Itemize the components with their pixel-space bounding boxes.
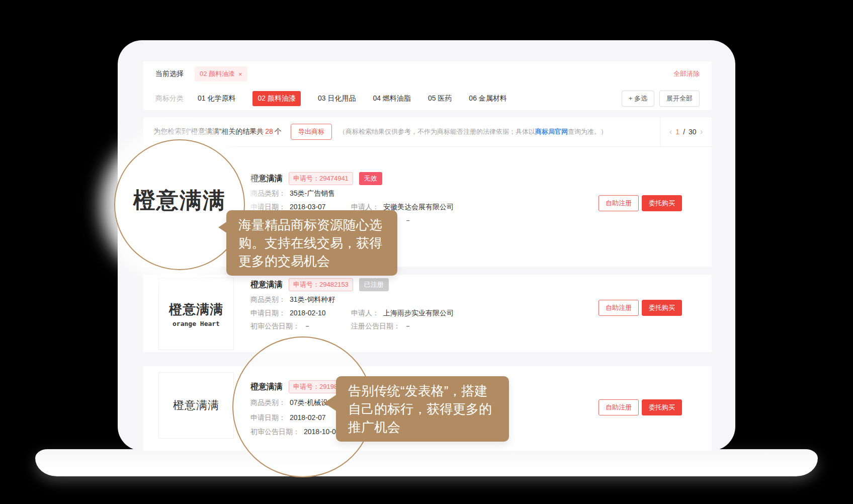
disclaimer-text: （商标检索结果仅供参考，不作为商标能否注册的法律依据；具体以商标局官网查询为准。… xyxy=(339,127,607,136)
tooltip-arrow-icon xyxy=(324,394,337,411)
selected-filter-tag-text: 02 颜料油漆 xyxy=(200,69,235,78)
clear-all-button[interactable]: 全部清除 xyxy=(673,69,700,78)
field-value: 35类-广告销售 xyxy=(290,189,335,197)
field-value: 2018-02-10 xyxy=(290,309,326,317)
tooltip-text: 海量精品商标资源随心选购。支持在线交易，获得更多的交易机会 xyxy=(238,217,382,269)
field-value: 2018-10-06 xyxy=(304,428,340,436)
date-field: 申请日期：2018-02-10 申请人：上海雨步实业有限公司 xyxy=(250,309,326,318)
category-field: 商品类别：35类-广告销售 xyxy=(250,189,335,198)
tab-05-medicine[interactable]: 05 医药 xyxy=(428,94,452,103)
field-label: 注册公告日期： xyxy=(351,322,400,330)
current-selection-label: 当前选择 xyxy=(155,69,184,78)
field-label: 商品类别： xyxy=(250,189,286,197)
page-separator: / xyxy=(683,128,685,136)
tab-03-daily-chemical[interactable]: 03 日化用品 xyxy=(318,94,356,103)
thumbnail-subtext: orange Heart xyxy=(173,320,220,327)
disclaimer-pre: （商标检索结果仅供参考，不作为商标能否注册的法律依据；具体以 xyxy=(339,128,535,135)
status-badge: 无效 xyxy=(359,172,382,185)
publication-field: 初审公告日期：－ 注册公告日期：－ xyxy=(250,322,311,331)
magnified-trademark-text: 橙意满满 xyxy=(133,186,226,224)
entrust-purchase-button[interactable]: 委托购买 xyxy=(642,399,682,415)
trademark-name: 橙意满满 xyxy=(250,382,283,392)
multi-select-button[interactable]: + 多选 xyxy=(622,91,654,107)
field-value: 安徽美达会展有限公司 xyxy=(383,203,454,211)
laptop-base xyxy=(35,449,818,476)
tooltip-promotion: 告别传统“发表格”，搭建自己的标行，获得更多的推广机会 xyxy=(336,376,509,442)
field-label: 申请人： xyxy=(351,203,379,211)
results-summary-suffix: 个 xyxy=(275,127,282,135)
field-label: 初审公告日期： xyxy=(250,428,300,436)
self-register-button[interactable]: 自助注册 xyxy=(599,195,639,211)
field-value: 上海雨步实业有限公司 xyxy=(383,309,454,317)
trademark-name: 橙意满满 xyxy=(250,174,283,184)
thumbnail-text: 橙意满满 xyxy=(169,301,223,318)
tooltip-marketplace: 海量精品商标资源随心选购。支持在线交易，获得更多的交易机会 xyxy=(226,210,397,276)
trademark-title-row: 橙意满满 申请号：29474941 无效 xyxy=(250,172,382,185)
trademark-thumbnail-2[interactable]: 橙意满满 orange Heart xyxy=(158,278,234,350)
trademark-office-link[interactable]: 商标局官网 xyxy=(535,128,568,135)
thumbnail-text: 橙意满满 xyxy=(173,398,219,413)
tab-02-paint-active[interactable]: 02 颜料油漆 xyxy=(252,91,300,106)
results-count: 28 xyxy=(265,127,273,135)
self-register-button[interactable]: 自助注册 xyxy=(599,399,639,415)
self-register-button[interactable]: 自助注册 xyxy=(599,300,639,316)
expand-all-button[interactable]: 展开全部 xyxy=(659,91,700,107)
field-label: 商品类别： xyxy=(250,398,286,406)
application-number-tag: 申请号：29482153 xyxy=(289,278,353,291)
field-label: 初审公告日期： xyxy=(250,322,300,330)
filter-block: 当前选择 02 颜料油漆 × 全部清除 商标分类 01 化学原料 02 颜料油漆… xyxy=(143,61,712,110)
field-label: 商品类别： xyxy=(250,295,286,303)
category-label: 商标分类 xyxy=(155,94,184,103)
tab-01-chemical[interactable]: 01 化学原料 xyxy=(198,94,235,103)
pagination: ‹ 1 / 30 › xyxy=(660,117,712,146)
current-selection-row: 当前选择 02 颜料油漆 × 全部清除 xyxy=(143,61,712,87)
entrust-purchase-button[interactable]: 委托购买 xyxy=(642,195,682,211)
category-actions: + 多选 展开全部 xyxy=(622,91,700,107)
next-page-icon[interactable]: › xyxy=(700,127,703,137)
result-card-2: 橙意满满 orange Heart 橙意满满 申请号：29482153 已注册 … xyxy=(143,275,712,352)
selected-filter-tag[interactable]: 02 颜料油漆 × xyxy=(195,66,247,81)
tab-06-metal[interactable]: 06 金属材料 xyxy=(469,94,506,103)
tooltip-arrow-icon xyxy=(218,221,227,233)
disclaimer-post: 查询为准。） xyxy=(568,128,607,135)
current-page: 1 xyxy=(675,128,679,136)
field-value: 2018-03-07 xyxy=(290,203,326,211)
results-summary-prefix: 为您检索到“橙意满满”相关的结果共 xyxy=(153,127,264,135)
field-value: 31类-饲料种籽 xyxy=(290,295,335,303)
field-value: 2018-02-07 xyxy=(290,413,326,422)
export-trademark-button[interactable]: 导出商标 xyxy=(291,124,332,140)
results-header: 为您检索到“橙意满满”相关的结果共28个 导出商标 （商标检索结果仅供参考，不作… xyxy=(143,117,712,147)
field-value: － xyxy=(404,322,411,330)
category-tabs: 01 化学原料 02 颜料油漆 03 日化用品 04 燃料油脂 05 医药 06… xyxy=(198,91,507,106)
category-field: 商品类别：07类-机械设备 xyxy=(250,398,335,407)
field-label: 申请日期： xyxy=(250,203,286,211)
date-field: 申请日期：2018-02-07 xyxy=(250,413,326,423)
field-value: － xyxy=(404,216,411,224)
trademark-name: 橙意满满 xyxy=(250,280,283,290)
tooltip-text: 告别传统“发表格”，搭建自己的标行，获得更多的推广机会 xyxy=(348,383,492,435)
trademark-thumbnail-3[interactable]: 橙意满满 xyxy=(158,372,234,439)
application-number-tag: 申请号：29474941 xyxy=(289,172,353,185)
remove-filter-icon[interactable]: × xyxy=(238,70,242,78)
results-summary: 为您检索到“橙意满满”相关的结果共28个 xyxy=(153,127,282,136)
field-label: 申请人： xyxy=(351,309,379,317)
entrust-purchase-button[interactable]: 委托购买 xyxy=(642,300,682,316)
publication-field: 初审公告日期：2018-10-06 xyxy=(250,428,340,437)
total-pages: 30 xyxy=(689,128,697,136)
page-background: 当前选择 02 颜料油漆 × 全部清除 商标分类 01 化学原料 02 颜料油漆… xyxy=(0,0,853,504)
trademark-title-row: 橙意满满 申请号：29482153 已注册 xyxy=(250,278,389,291)
tab-04-fuel[interactable]: 04 燃料油脂 xyxy=(373,94,410,103)
category-field: 商品类别：31类-饲料种籽 xyxy=(250,295,335,304)
status-badge: 已注册 xyxy=(359,278,389,291)
field-label: 申请日期： xyxy=(250,309,286,317)
field-label: 申请日期： xyxy=(250,413,286,422)
prev-page-icon[interactable]: ‹ xyxy=(669,127,672,137)
magnifier-circle-top: 橙意满满 xyxy=(114,139,245,270)
category-row: 商标分类 01 化学原料 02 颜料油漆 03 日化用品 04 燃料油脂 05 … xyxy=(143,87,712,110)
field-value: － xyxy=(304,322,311,330)
